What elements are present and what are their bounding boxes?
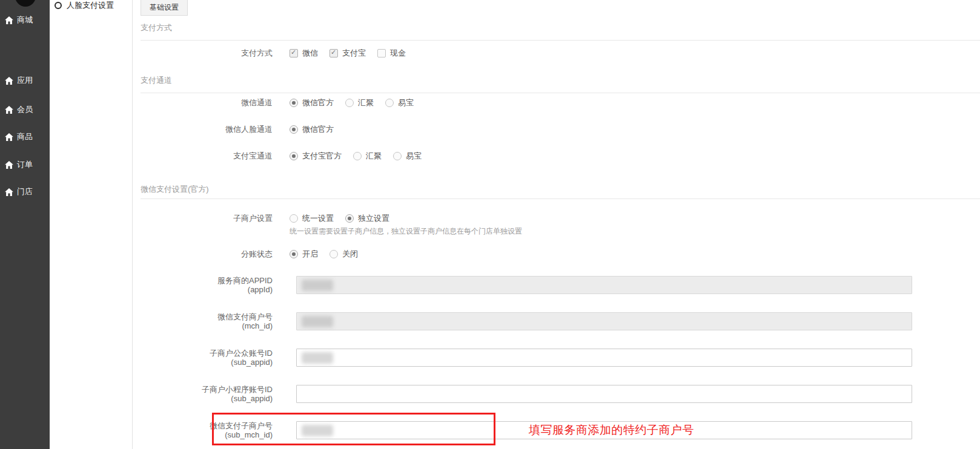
radio-option-huiju[interactable]: 汇聚	[353, 151, 382, 162]
field-label: 服务商的APPID (appId)	[127, 276, 273, 294]
radio-icon[interactable]	[353, 152, 362, 160]
radio-label: 易宝	[398, 97, 414, 108]
radio-option-independent-setting[interactable]: 独立设置	[345, 213, 389, 224]
checkbox-option-cash[interactable]: 现金	[377, 48, 406, 59]
tab-basic-settings[interactable]: 基础设置	[141, 0, 188, 16]
form-row-pay-method: 支付方式 微信 支付宝 现金	[0, 47, 980, 59]
checkbox-label: 支付宝	[342, 48, 366, 59]
radio-option-enabled[interactable]: 开启	[290, 249, 318, 260]
form-row-sub-appid-public: 子商户公众账号ID (sub_appid)	[0, 349, 980, 367]
separator	[141, 40, 980, 41]
alipay-channel-radio-group: 支付宝官方 汇聚 易宝	[290, 150, 433, 162]
provider-appid-input[interactable]	[296, 276, 912, 294]
secondary-sidebar: 人脸支付设置	[50, 0, 133, 449]
radio-icon[interactable]	[345, 214, 354, 223]
form-row-alipay-channel: 支付宝通道 支付宝官方 汇聚 易宝	[0, 150, 980, 162]
sub-appid-miniprogram-input[interactable]	[296, 385, 912, 403]
field-label-line2: (mch_id)	[127, 321, 273, 330]
sidebar-item-label: 门店	[17, 186, 33, 197]
radio-icon[interactable]	[345, 99, 354, 107]
field-label-line1: 子商户小程序账号ID	[127, 385, 273, 394]
menu-item-face-pay-settings[interactable]: 人脸支付设置	[55, 0, 114, 11]
field-label: 分账状态	[127, 248, 273, 260]
wechat-face-channel-radio-group: 微信官方	[290, 123, 345, 136]
sidebar-item-label: 商城	[17, 15, 33, 25]
sub-merchant-hint: 统一设置需要设置子商户信息，独立设置子商户信息在每个门店单独设置	[290, 226, 522, 237]
field-label: 微信人脸通道	[127, 123, 273, 136]
field-label: 子商户小程序账号ID (sub_appid)	[127, 385, 273, 403]
checkbox-option-alipay[interactable]: 支付宝	[329, 48, 366, 59]
mch-id-input[interactable]	[296, 312, 912, 330]
radio-option-disabled[interactable]: 关闭	[329, 249, 358, 260]
form-row-wechat-face-channel: 微信人脸通道 微信官方	[0, 123, 980, 136]
field-label-line1: 子商户公众账号ID	[127, 349, 273, 358]
checkbox-option-wechat[interactable]: 微信	[290, 48, 318, 59]
radio-label: 独立设置	[358, 213, 389, 224]
field-label: 子商户设置	[127, 212, 273, 224]
home-icon	[5, 77, 13, 85]
radio-label: 易宝	[406, 151, 422, 162]
sub-appid-public-input[interactable]	[296, 349, 912, 367]
home-icon	[5, 188, 13, 196]
radio-label: 汇聚	[358, 97, 374, 108]
pay-method-checkbox-group: 微信 支付宝 现金	[290, 47, 417, 59]
app-logo[interactable]	[15, 0, 36, 7]
sidebar-item-mall[interactable]: 商城	[5, 14, 33, 26]
section-title-payment-method: 支付方式	[141, 22, 172, 33]
form-row-provider-appid: 服务商的APPID (appId)	[0, 276, 980, 294]
radio-label: 微信官方	[302, 97, 334, 108]
form-row-sub-mch-id: 微信支付子商户号 (sub_mch_id)	[0, 421, 980, 439]
masked-value	[302, 425, 333, 436]
separator	[141, 93, 980, 93]
checkbox-icon[interactable]	[377, 49, 386, 57]
radio-option-yibao[interactable]: 易宝	[385, 97, 414, 108]
radio-label: 汇聚	[366, 151, 382, 162]
wechat-channel-radio-group: 微信官方 汇聚 易宝	[290, 97, 425, 109]
radio-option-wechat-official[interactable]: 微信官方	[290, 124, 334, 135]
field-label: 微信支付商户号 (mch_id)	[127, 312, 273, 330]
field-label: 支付宝通道	[127, 150, 273, 162]
radio-option-yibao[interactable]: 易宝	[393, 151, 422, 162]
split-status-radio-group: 开启 关闭	[290, 248, 369, 260]
radio-option-unified-setting[interactable]: 统一设置	[290, 213, 334, 224]
field-label: 子商户公众账号ID (sub_appid)	[127, 349, 273, 367]
section-title-wechat-pay-settings: 微信支付设置(官方)	[141, 184, 209, 195]
masked-value	[302, 352, 333, 364]
radio-icon[interactable]	[393, 152, 402, 160]
form-row-mch-id: 微信支付商户号 (mch_id)	[0, 312, 980, 330]
radio-option-alipay-official[interactable]: 支付宝官方	[290, 151, 342, 162]
radio-icon[interactable]	[290, 250, 298, 258]
radio-icon[interactable]	[290, 99, 298, 107]
field-label-line2: (appId)	[127, 285, 273, 294]
circle-bullet-icon	[55, 2, 62, 9]
radio-icon[interactable]	[290, 214, 298, 223]
field-label-line2: (sub_appid)	[127, 358, 273, 367]
field-label-line1: 微信支付商户号	[127, 312, 273, 321]
checkbox-icon[interactable]	[329, 49, 338, 57]
radio-icon[interactable]	[290, 125, 298, 134]
field-label: 支付方式	[127, 47, 273, 59]
radio-label: 开启	[302, 249, 318, 260]
sidebar-item-stores[interactable]: 门店	[5, 186, 33, 198]
menu-item-label: 人脸支付设置	[67, 0, 114, 11]
checkbox-icon[interactable]	[290, 49, 298, 57]
radio-icon[interactable]	[290, 152, 298, 160]
section-title-payment-channel: 支付通道	[141, 75, 172, 86]
radio-icon[interactable]	[329, 250, 338, 258]
separator	[141, 198, 980, 199]
form-row-sub-merchant-setting: 子商户设置 统一设置 独立设置	[0, 212, 980, 224]
field-label: 微信支付子商户号 (sub_mch_id)	[127, 421, 273, 439]
radio-label: 微信官方	[302, 124, 334, 135]
radio-icon[interactable]	[385, 99, 394, 107]
field-label: 微信通道	[127, 97, 273, 109]
home-icon	[5, 16, 13, 24]
field-label-line1: 微信支付子商户号	[127, 421, 273, 430]
checkbox-label: 微信	[302, 48, 318, 59]
sidebar-item-apps[interactable]: 应用	[5, 74, 33, 87]
radio-label: 支付宝官方	[302, 151, 342, 162]
radio-option-wechat-official[interactable]: 微信官方	[290, 97, 334, 108]
sub-merchant-radio-group: 统一设置 独立设置	[290, 212, 401, 224]
radio-label: 统一设置	[302, 213, 334, 224]
masked-value	[302, 280, 333, 291]
radio-option-huiju[interactable]: 汇聚	[345, 97, 374, 108]
